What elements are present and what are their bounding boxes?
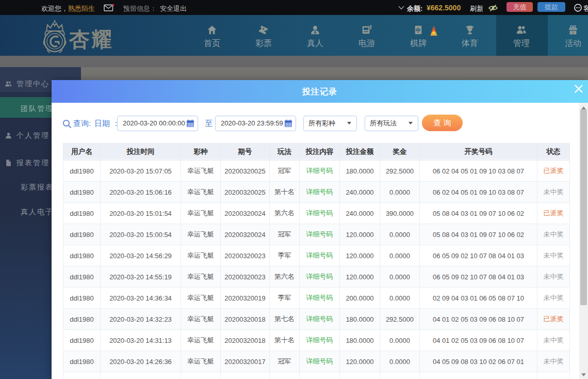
svg-text:中: 中 [416,27,421,33]
